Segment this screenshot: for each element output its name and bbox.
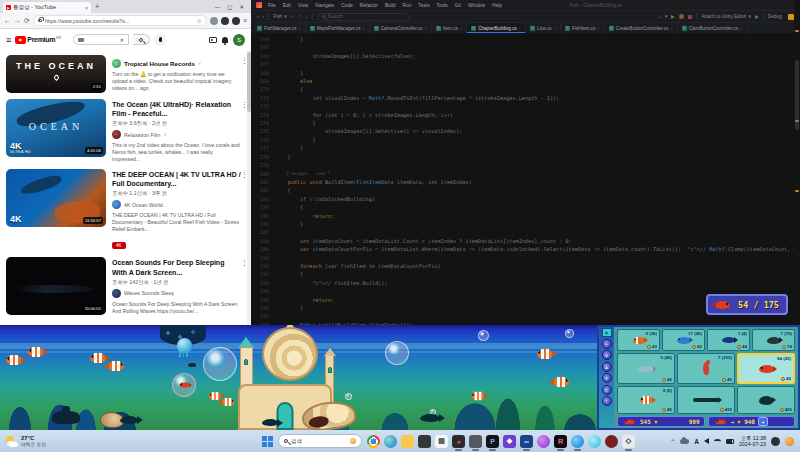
close-tab-icon[interactable]: × bbox=[670, 26, 672, 31]
forward-button[interactable]: → bbox=[14, 17, 21, 24]
menu-window[interactable]: Window bbox=[467, 3, 486, 8]
debug-tool-label[interactable]: Debug bbox=[768, 14, 782, 19]
taskbar-app-unity[interactable]: ◇ bbox=[622, 435, 635, 448]
menu-code[interactable]: Code bbox=[340, 3, 353, 8]
menu-tools[interactable]: Tools bbox=[436, 3, 449, 8]
wifi-icon[interactable] bbox=[714, 439, 721, 444]
shop-item[interactable]: 5 (49)45 bbox=[617, 353, 675, 384]
close-tab-icon[interactable]: × bbox=[425, 26, 427, 31]
close-tab-icon[interactable]: × bbox=[519, 26, 521, 31]
shop-item[interactable]: 425 bbox=[737, 386, 795, 414]
taskbar-app-edge[interactable] bbox=[384, 435, 397, 448]
shop-item[interactable]: 7 (252)45 bbox=[677, 353, 735, 384]
video-result[interactable]: OCEAN4KULTRA HD4:01:06The Ocean (4K Ultr… bbox=[0, 96, 251, 166]
browser-menu-icon[interactable]: ≡ bbox=[243, 17, 247, 24]
vcs-check-icon[interactable]: ✓ bbox=[291, 14, 295, 19]
vcs-push-icon[interactable]: ↑ bbox=[299, 14, 301, 19]
taskbar-app-app-gray[interactable] bbox=[469, 435, 482, 448]
menu-tests[interactable]: Tests bbox=[417, 3, 430, 8]
upgrade-tool[interactable]: ▲ bbox=[602, 362, 612, 372]
attach-unity-dropdown[interactable]: Attach to Unity Editor▾ bbox=[701, 14, 750, 19]
ime-indicator[interactable]: A bbox=[694, 438, 699, 445]
video-title[interactable]: THE DEEP OCEAN | 4K TV ULTRA HD / Full D… bbox=[112, 170, 241, 188]
menu-run[interactable]: Run bbox=[402, 3, 413, 8]
close-button[interactable]: ✕ bbox=[239, 4, 244, 10]
hammer-tool[interactable]: + bbox=[602, 339, 612, 349]
close-tab-icon[interactable]: × bbox=[460, 26, 462, 31]
search-button[interactable] bbox=[133, 34, 150, 45]
clock-widget[interactable]: 오후 12:38 2024-07-23 bbox=[739, 435, 766, 448]
close-tab-icon[interactable]: × bbox=[597, 26, 599, 31]
nav-back-icon[interactable]: ‹ bbox=[257, 14, 259, 19]
sell-tool[interactable]: ↑ bbox=[602, 396, 612, 406]
close-tab-icon[interactable]: × bbox=[85, 5, 88, 11]
shop-item[interactable]: 1 (4)44 bbox=[707, 329, 750, 351]
alert-badge-icon[interactable] bbox=[785, 437, 794, 446]
attach-play-button[interactable] bbox=[755, 15, 759, 19]
close-tab-icon[interactable]: × bbox=[740, 26, 742, 31]
video-thumbnail[interactable]: THE OCEAN2:51 bbox=[6, 55, 106, 93]
taskbar-app-teal-circle-app[interactable] bbox=[588, 435, 601, 448]
vcs-pull-icon[interactable]: ↓ bbox=[305, 14, 307, 19]
menu-view[interactable]: View bbox=[297, 3, 309, 8]
notifications-bell-icon[interactable] bbox=[222, 37, 228, 43]
new-tab-button[interactable]: + bbox=[95, 3, 99, 10]
nav-forward-icon[interactable]: › bbox=[263, 14, 265, 19]
shop-item[interactable]: 9 (36)43 bbox=[617, 329, 660, 351]
back-button[interactable]: ← bbox=[4, 17, 11, 24]
video-thumbnail[interactable]: 4K11:54:57 bbox=[6, 169, 106, 227]
editor-scrollbar[interactable] bbox=[794, 0, 800, 325]
taskbar-app-rider[interactable]: R bbox=[554, 435, 567, 448]
video-thumbnail[interactable]: 10:00:01 bbox=[6, 257, 106, 315]
hidden-icons-chevron[interactable]: ⌃ bbox=[670, 438, 675, 445]
shield-icon[interactable] bbox=[221, 17, 229, 25]
taskbar-app-notes[interactable]: ▤ bbox=[435, 435, 448, 448]
start-button[interactable] bbox=[262, 436, 273, 447]
settings-tool[interactable]: ≡ bbox=[602, 385, 612, 395]
close-tab-icon[interactable]: × bbox=[554, 26, 556, 31]
taskbar-app-dark-red-app[interactable] bbox=[605, 435, 618, 448]
stop-button[interactable] bbox=[688, 15, 692, 19]
volume-icon[interactable] bbox=[704, 438, 709, 444]
shop-item[interactable]: 435 bbox=[677, 386, 735, 414]
editor-tab-mapsfishmanager-cs[interactable]: CMapsFishManager.cs× bbox=[306, 23, 370, 33]
menu-build[interactable]: Build bbox=[384, 3, 397, 8]
extension-icon[interactable] bbox=[210, 17, 218, 25]
onedrive-cloud-icon[interactable] bbox=[680, 439, 689, 444]
cast-icon[interactable] bbox=[209, 37, 217, 43]
boost-tool[interactable]: ♦ bbox=[602, 373, 612, 383]
shop-item[interactable]: 94 (25)45 bbox=[737, 353, 795, 384]
menu-navigate[interactable]: Navigate bbox=[314, 3, 335, 8]
shop-item[interactable]: 17 (45)42 bbox=[662, 329, 705, 351]
editor-tab-fishitem-cs[interactable]: CFishItem.cs× bbox=[561, 23, 605, 33]
taskbar-app-visual-studio[interactable]: ∞ bbox=[520, 435, 533, 448]
menu-refactor[interactable]: Refactor bbox=[359, 3, 379, 8]
notification-center-icon[interactable] bbox=[771, 437, 780, 446]
taskbar-app-loop[interactable] bbox=[537, 435, 550, 448]
taskbar-app-folder[interactable] bbox=[401, 435, 414, 448]
channel-row[interactable]: 4K Ocean World bbox=[112, 200, 241, 209]
weather-widget[interactable]: 27°C 대체로 흐림 bbox=[6, 435, 46, 447]
taskbar-search[interactable]: 검색 bbox=[278, 434, 362, 448]
channel-row[interactable]: Waves Sounds Sleep bbox=[112, 289, 241, 298]
channel-row[interactable]: Tropical House Records✓ bbox=[112, 59, 241, 68]
menu-edit[interactable]: Edit bbox=[282, 3, 292, 8]
build-hammer-icon[interactable]: ⌂ bbox=[658, 14, 661, 19]
maximize-button[interactable]: ▢ bbox=[227, 4, 232, 10]
video-result[interactable]: THE OCEAN2:51Tropical House Records✓Turn… bbox=[0, 52, 251, 96]
bookmark-star-icon[interactable]: ☆ bbox=[197, 17, 202, 24]
run-button[interactable] bbox=[671, 15, 675, 19]
menu-file[interactable]: File bbox=[267, 3, 277, 8]
taskbar-app-app-dark[interactable] bbox=[418, 435, 431, 448]
url-bar[interactable]: https://www.youtube.com/results?s... ☆ bbox=[33, 15, 207, 26]
video-result[interactable]: 4K11:54:57THE DEEP OCEAN | 4K TV ULTRA H… bbox=[0, 166, 251, 254]
close-tab-icon[interactable]: × bbox=[362, 26, 364, 31]
fish-tool[interactable]: ● bbox=[602, 350, 612, 360]
search-input[interactable]: ✕ bbox=[73, 34, 129, 45]
clear-search-icon[interactable]: ✕ bbox=[120, 37, 124, 43]
close-tab-icon[interactable]: × bbox=[298, 26, 300, 31]
taskbar-app-music[interactable]: ● bbox=[452, 435, 465, 448]
taskbar-app-chrome[interactable] bbox=[367, 435, 380, 448]
profile-icon[interactable] bbox=[232, 17, 240, 25]
confirm-sell-button[interactable]: + bbox=[758, 417, 768, 426]
